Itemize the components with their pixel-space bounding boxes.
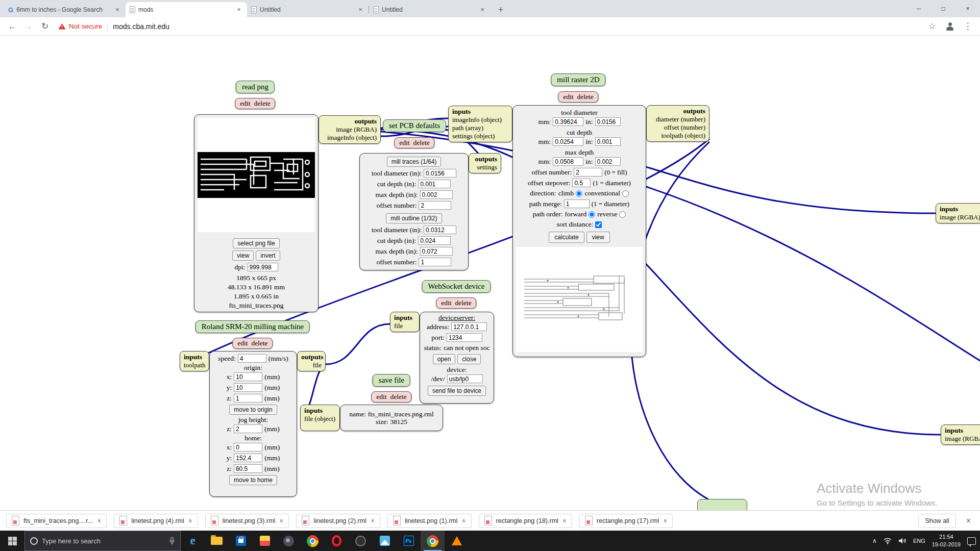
close-downloads-icon[interactable]: ×	[963, 516, 974, 525]
home-y-input[interactable]	[234, 454, 262, 462]
refresh-icon[interactable]: ↻	[37, 21, 53, 32]
websocket-inputs-port[interactable]: inputs file	[390, 312, 420, 332]
taskbar-app-chrome-active[interactable]	[421, 531, 445, 551]
taskbar-app-steam[interactable]	[277, 531, 301, 551]
close-button[interactable]: ×	[955, 0, 980, 17]
address-bar[interactable]: Not secure mods.cba.mit.edu	[58, 22, 919, 31]
input-settings[interactable]: settings (object)	[452, 132, 508, 140]
wifi-icon[interactable]	[884, 537, 892, 544]
mods-canvas[interactable]: read png edit delete	[0, 36, 980, 510]
dpi-input[interactable]	[248, 263, 278, 271]
save-file-inputs-port[interactable]: inputs file (object)	[300, 405, 340, 431]
taskbar-app-file-explorer[interactable]	[205, 531, 229, 551]
taskbar-app-paint[interactable]	[253, 531, 277, 551]
read-png-outputs-port[interactable]: outputs image (RGBA) imageInfo (object)	[318, 115, 381, 144]
max-depth-input[interactable]	[420, 190, 453, 199]
tool-diameter-mm-input[interactable]	[553, 117, 583, 126]
taskbar-app-dark[interactable]	[349, 531, 373, 551]
output-image[interactable]: image (RGBA)	[323, 126, 377, 134]
offscreen-inputs-port-bottom[interactable]: inputs image (RGBA	[941, 424, 980, 445]
chevron-up-icon[interactable]: ∧	[279, 517, 283, 524]
maximize-button[interactable]: □	[931, 0, 955, 17]
max-depth-input[interactable]	[420, 247, 453, 256]
delete-button[interactable]: delete	[390, 393, 407, 401]
output-settings[interactable]: settings	[473, 163, 497, 171]
output-offset[interactable]: offset (number)	[650, 123, 705, 132]
back-icon[interactable]: ←	[4, 21, 20, 32]
taskbar-app-chrome[interactable]	[301, 531, 325, 551]
tab-close-icon[interactable]: ×	[478, 6, 486, 14]
delete-button[interactable]: delete	[455, 299, 472, 307]
start-button[interactable]	[0, 531, 24, 551]
cut-depth-mm-input[interactable]	[553, 137, 583, 146]
bookmark-star-icon[interactable]: ☆	[924, 21, 940, 32]
action-center-icon[interactable]	[967, 537, 976, 545]
download-item[interactable]: rectangle.png (18).rml ∧	[479, 514, 572, 528]
cut-depth-input[interactable]	[418, 236, 451, 245]
tab-google-search[interactable]: G 6mm to inches - Google Search ×	[4, 2, 126, 17]
taskbar-app-opera[interactable]	[325, 531, 349, 551]
show-all-downloads-button[interactable]: Show all	[918, 514, 955, 528]
calculate-button[interactable]: calculate	[549, 232, 584, 243]
module-set-pcb-defaults[interactable]: set PCB defaults	[383, 119, 446, 132]
cut-depth-in-input[interactable]	[595, 137, 621, 146]
download-item[interactable]: linetest.png (3).rml ∧	[205, 514, 289, 528]
offset-number-input[interactable]	[574, 168, 602, 177]
max-depth-mm-input[interactable]	[553, 157, 583, 166]
module-read-png[interactable]: read png	[236, 81, 275, 93]
roland-outputs-port[interactable]: outputs file	[297, 351, 326, 371]
tab-untitled-1[interactable]: Untitled ×	[247, 2, 369, 17]
origin-x-input[interactable]	[234, 372, 262, 381]
taskbar-app-photos[interactable]	[373, 531, 397, 551]
mill-outline-button[interactable]: mill outline (1/32)	[386, 213, 442, 223]
move-to-home-button[interactable]: move to home	[229, 475, 277, 485]
sort-distance-checkbox[interactable]	[595, 221, 602, 228]
mill-raster-inputs-port[interactable]: inputs imageInfo (object) path (array) s…	[448, 106, 512, 142]
output-toolpath[interactable]: toolpath (object)	[650, 132, 705, 140]
send-file-button[interactable]: send file to device	[428, 386, 486, 396]
offset-number-input[interactable]	[419, 201, 451, 210]
device-input[interactable]	[447, 374, 483, 383]
speaker-icon[interactable]	[898, 537, 906, 544]
home-z-input[interactable]	[234, 464, 262, 473]
chevron-up-icon[interactable]: ∧	[371, 517, 375, 524]
input-image[interactable]: image (RGBA)	[940, 213, 980, 221]
tab-mods[interactable]: mods ×	[126, 2, 247, 17]
climb-radio[interactable]	[576, 190, 582, 197]
select-png-file-button[interactable]: select png file	[233, 238, 279, 248]
speed-input[interactable]	[238, 354, 266, 363]
tool-diameter-input[interactable]	[424, 169, 456, 178]
tab-untitled-2[interactable]: Untitled ×	[369, 2, 491, 17]
download-item[interactable]: fts_mini_traces.png....r... ∧	[6, 514, 107, 528]
input-image[interactable]: image (RGBA	[945, 435, 980, 443]
edit-button[interactable]: edit	[563, 93, 573, 101]
port-input[interactable]	[447, 333, 482, 342]
path-merge-input[interactable]	[564, 199, 590, 208]
download-item[interactable]: linetest.png (2).rml ∧	[296, 514, 380, 528]
origin-z-input[interactable]	[234, 394, 262, 403]
invert-button[interactable]: invert	[256, 251, 280, 261]
taskbar-app-vlc[interactable]	[445, 531, 469, 551]
tool-diameter-in-input[interactable]	[595, 117, 621, 126]
output-file[interactable]: file	[301, 361, 322, 369]
conventional-radio[interactable]	[622, 190, 629, 197]
chevron-up-icon[interactable]: ∧	[188, 517, 192, 524]
download-item[interactable]: linetest.png (4).rml ∧	[114, 514, 198, 528]
edit-button[interactable]: edit	[376, 393, 386, 401]
taskbar-clock[interactable]: 21:54 19-02-2019	[932, 533, 961, 548]
delete-button[interactable]: delete	[254, 99, 271, 108]
chevron-up-icon[interactable]: ∧	[663, 517, 667, 524]
offset-number-input[interactable]	[419, 258, 451, 266]
input-file[interactable]: file	[394, 322, 415, 330]
reverse-radio[interactable]	[619, 211, 626, 218]
delete-button[interactable]: delete	[413, 139, 430, 147]
open-button[interactable]: open	[433, 354, 456, 364]
tab-close-icon[interactable]: ×	[356, 6, 364, 14]
offset-stepover-input[interactable]	[572, 179, 591, 187]
edit-button[interactable]: edit	[240, 99, 250, 108]
view-button[interactable]: view	[586, 232, 610, 243]
tab-close-icon[interactable]: ×	[235, 6, 243, 14]
new-tab-button[interactable]: +	[494, 3, 508, 17]
origin-y-input[interactable]	[234, 383, 262, 392]
cut-depth-input[interactable]	[418, 180, 451, 188]
